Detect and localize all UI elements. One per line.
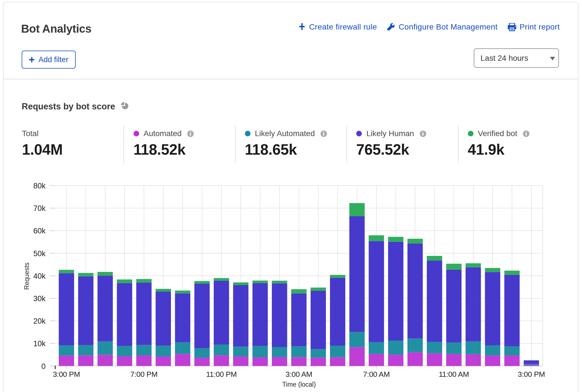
svg-text:80k: 80k xyxy=(33,182,46,190)
svg-text:3:00 PM: 3:00 PM xyxy=(53,370,80,379)
svg-text:40k: 40k xyxy=(33,272,46,280)
svg-text:20k: 20k xyxy=(33,317,46,325)
svg-text:10k: 10k xyxy=(33,339,46,348)
svg-text:Time (local): Time (local) xyxy=(282,381,316,388)
svg-text:50k: 50k xyxy=(33,249,46,258)
svg-text:70k: 70k xyxy=(33,204,46,213)
svg-text:11:00 AM: 11:00 AM xyxy=(439,370,469,379)
svg-text:3:00 PM: 3:00 PM xyxy=(518,370,545,379)
svg-text:30k: 30k xyxy=(33,294,46,303)
svg-text:7:00 AM: 7:00 AM xyxy=(363,370,390,379)
svg-text:Requests: Requests xyxy=(23,262,30,290)
svg-text:7:00 PM: 7:00 PM xyxy=(130,370,158,379)
svg-text:60k: 60k xyxy=(33,227,46,235)
svg-text:3:00 AM: 3:00 AM xyxy=(286,370,312,379)
svg-text:0: 0 xyxy=(41,362,46,371)
svg-text:11:00 PM: 11:00 PM xyxy=(206,370,237,379)
